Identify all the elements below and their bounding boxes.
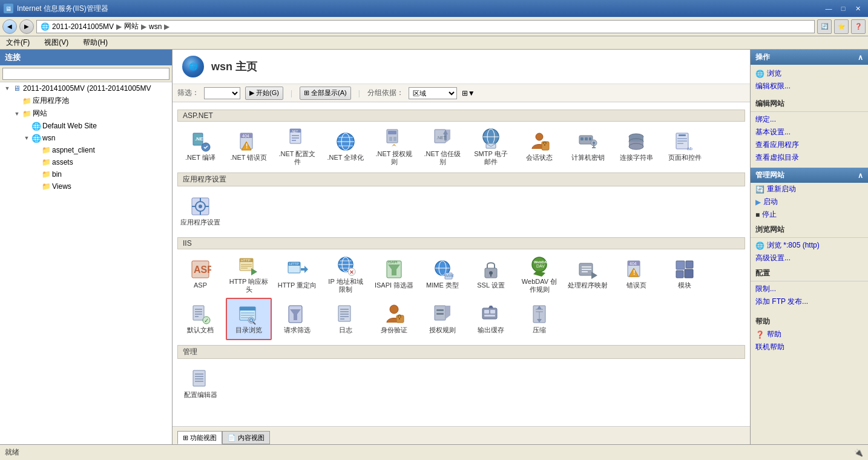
action-restart[interactable]: 🔄 重新启动 <box>751 183 868 196</box>
icon-conn-string[interactable]: 连接字符串 <box>613 125 659 168</box>
sidebar: 连接 ▼ 🖥 2011-20141005MV (2011-20141005MV … <box>0 50 173 444</box>
icon-http-response[interactable]: HTTP HTTP 响应标头 <box>226 253 272 295</box>
tree-item-apppool[interactable]: 📁 应用程序池 <box>0 94 172 107</box>
back-button[interactable]: ◀ <box>2 19 17 34</box>
content-globe-icon: 🌐 <box>182 56 204 77</box>
action-view-apps[interactable]: 查看应用程序 <box>751 139 868 151</box>
icon-net-config[interactable]: .NET .NET 配置文件 <box>274 125 320 168</box>
icon-machine-key[interactable]: 计算机密钥 <box>565 125 611 168</box>
minimize-button[interactable]: — <box>822 2 835 15</box>
tree-item-sites[interactable]: ▼ 📁 网站 <box>0 107 172 120</box>
icon-session[interactable]: 会话状态 <box>516 125 562 168</box>
server-icon: 🖥 <box>12 84 22 93</box>
isapi-filter-label: ISAPI 筛选器 <box>375 281 413 289</box>
tree-item-aspnet[interactable]: 📁 aspnet_client <box>0 144 172 156</box>
filter-select[interactable] <box>204 87 240 99</box>
maximize-button[interactable]: □ <box>837 2 850 15</box>
action-advanced-settings[interactable]: 高级设置... <box>751 252 868 264</box>
menu-help[interactable]: 帮助(H) <box>81 36 110 49</box>
action-stop[interactable]: ■ 停止 <box>751 208 868 221</box>
icon-net-error[interactable]: ! 404 .NET 错误页 <box>226 125 272 168</box>
tree-label-apppool: 应用程序池 <box>33 96 69 106</box>
icon-mime[interactable]: MIME MIME 类型 <box>419 253 465 295</box>
filter-show-all-button[interactable]: ⊞ 全部显示(A) <box>300 87 351 100</box>
close-button[interactable]: ✕ <box>851 2 864 15</box>
icon-log[interactable]: 日志 <box>323 298 369 340</box>
svg-text:404: 404 <box>630 261 637 266</box>
address-path[interactable]: 🌐 2011-20141005MV ▶ 网站 ▶ wsn ▶ <box>36 20 815 33</box>
action-browse[interactable]: 🌐 浏览 <box>751 67 868 80</box>
addr-help-button[interactable]: ❓ <box>851 19 866 34</box>
icon-modules[interactable]: 模块 <box>662 253 708 295</box>
action-online-help[interactable]: 联机帮助 <box>751 341 868 353</box>
menu-view[interactable]: 视图(V) <box>42 36 71 49</box>
session-label: 会话状态 <box>526 154 553 162</box>
net-global-label: .NET 全球化 <box>327 154 364 162</box>
icon-auth[interactable]: 身份验证 <box>371 298 417 340</box>
icon-asp[interactable]: ASP ASP <box>177 253 223 295</box>
dir-browse-label: 目录浏览 <box>235 326 262 334</box>
tree-item-views[interactable]: 📁 Views <box>0 180 172 192</box>
icon-authz[interactable]: 授权规则 <box>419 298 465 340</box>
icon-net-global[interactable]: .NET 全球化 <box>323 125 369 168</box>
icon-config-editor[interactable]: 配置编辑器 <box>177 363 223 405</box>
tab-content-view[interactable]: 📄 内容视图 <box>222 431 270 444</box>
action-limits[interactable]: 限制... <box>751 283 868 295</box>
icon-http-redirect[interactable]: HTTP HTTP 重定向 <box>274 253 320 295</box>
webdav-label: WebDAV 创作规则 <box>519 278 559 294</box>
addr-refresh-button[interactable]: 🔄 <box>817 19 832 34</box>
session-icon <box>528 131 550 153</box>
tree-item-wsn[interactable]: ▼ 🌐 wsn <box>0 132 172 144</box>
tree-item-bin[interactable]: 📁 bin <box>0 168 172 180</box>
icons-grid-iis: ASP ASP HTTP <box>177 253 745 340</box>
action-basic-settings[interactable]: 基本设置... <box>751 126 868 139</box>
icon-request-filter[interactable]: 请求筛选 <box>274 298 320 340</box>
output-cache-icon <box>480 303 502 325</box>
action-add-ftp[interactable]: 添加 FTP 发布... <box>751 295 868 308</box>
manage-site-collapse-icon[interactable]: ∧ <box>858 171 863 180</box>
icon-isapi-filter[interactable]: ISAPI ISAPI 筛选器 <box>371 253 417 295</box>
right-subtitle-manage-site: 管理网站 ∧ <box>751 168 868 183</box>
tree-item-default-site[interactable]: 🌐 Default Web Site <box>0 120 172 132</box>
address-bar: ◀ ▶ 🌐 2011-20141005MV ▶ 网站 ▶ wsn ▶ 🔄 ⭐ ❓ <box>0 17 868 36</box>
action-view-virt-dirs[interactable]: 查看虚拟目录 <box>751 151 868 164</box>
menu-file[interactable]: 文件(F) <box>4 36 32 49</box>
icon-ip-domain[interactable]: ✕ IP 地址和域限制 <box>323 253 369 295</box>
log-icon <box>335 303 357 325</box>
net-compile-label: .NET 编译 <box>185 154 215 162</box>
tree-item-server[interactable]: ▼ 🖥 2011-20141005MV (2011-20141005MV <box>0 82 172 94</box>
action-bind[interactable]: 绑定... <box>751 113 868 126</box>
action-browse-http[interactable]: 🌐 浏览 *:805 (http) <box>751 239 868 252</box>
authz-label: 授权规则 <box>429 326 456 334</box>
right-subtitle-config: 配置 <box>751 264 868 280</box>
action-edit-perms[interactable]: 编辑权限... <box>751 80 868 93</box>
icon-compress[interactable]: 压缩 <box>516 298 562 340</box>
filter-start-button[interactable]: ▶ 开始(G) <box>245 87 283 100</box>
tree-item-assets[interactable]: 📁 assets <box>0 156 172 168</box>
status-bar: 就绪 🔌 <box>0 444 868 460</box>
icon-webdav[interactable]: WebDAV DAV WebDAV 创作规则 <box>516 253 562 295</box>
output-cache-label: 输出缓存 <box>478 326 504 334</box>
svg-text:!: ! <box>246 143 248 150</box>
icon-smtp[interactable]: SMTP 电子邮件 <box>468 125 514 168</box>
icon-app-settings[interactable]: 应用程序设置 <box>177 190 223 232</box>
title-bar: 🖥 Internet 信息服务(IIS)管理器 — □ ✕ <box>0 0 868 17</box>
icon-default-doc[interactable]: ✓ 默认文档 <box>177 298 223 340</box>
sidebar-search-input[interactable] <box>2 68 169 80</box>
action-help-online[interactable]: ❓ 帮助 <box>751 328 868 341</box>
icon-error-page[interactable]: ! 404 错误页 <box>613 253 659 295</box>
groupby-select[interactable]: 区域 <box>409 87 457 99</box>
icon-ssl[interactable]: SSL 设置 <box>468 253 514 295</box>
icon-dir-browse[interactable]: 目录浏览 <box>226 298 272 340</box>
icon-output-cache[interactable]: 输出缓存 <box>468 298 514 340</box>
addr-home-button[interactable]: ⭐ <box>834 19 849 34</box>
icon-net-trust[interactable]: .NET .NET 信任级别 <box>419 125 465 168</box>
icon-pages[interactable]: ab 页面和控件 <box>662 125 708 168</box>
forward-button[interactable]: ▶ <box>19 19 34 34</box>
tab-feature-view[interactable]: ⊞ 功能视图 <box>177 431 222 444</box>
right-panel-collapse-icon[interactable]: ∧ <box>858 53 863 62</box>
icon-net-auth[interactable]: .NET 授权规则 <box>371 125 417 168</box>
icon-net-compile[interactable]: .NET .NET 编译 <box>177 125 223 168</box>
icon-handler[interactable]: 处理程序映射 <box>565 253 611 295</box>
action-start[interactable]: ▶ 启动 <box>751 196 868 208</box>
